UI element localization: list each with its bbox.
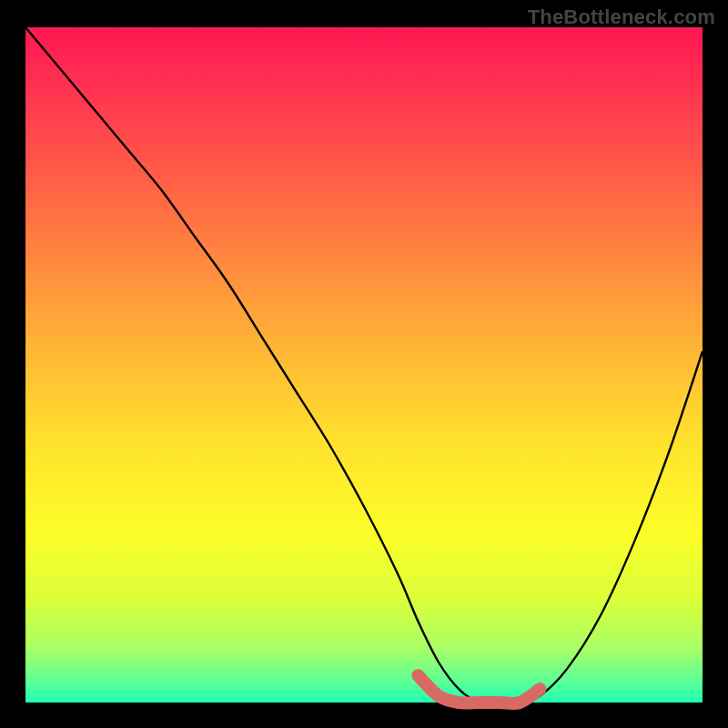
chart-plot-area [25, 27, 703, 703]
watermark-text: TheBottleneck.com [528, 5, 715, 29]
chart-stage: TheBottleneck.com [0, 0, 728, 728]
bottleneck-curve-line [25, 27, 703, 703]
optimal-range-marker [419, 675, 541, 703]
chart-svg [25, 27, 703, 703]
